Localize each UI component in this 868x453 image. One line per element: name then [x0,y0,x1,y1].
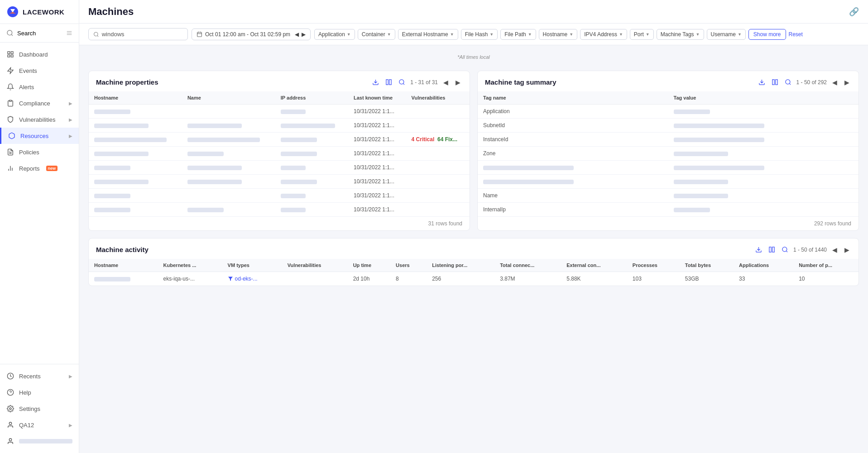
sidebar-item-reports[interactable]: Reports new [0,160,79,176]
machine-tag-pagination: 1 - 50 of 292 [796,79,827,86]
col-act-vmtypes: VM types [222,259,282,272]
machine-properties-next[interactable]: ▶ [454,78,462,87]
shield-icon [6,115,14,124]
tag-search-button[interactable] [783,77,793,87]
svg-rect-32 [775,80,777,85]
date-next-icon[interactable]: ▶ [302,31,306,38]
table-row[interactable]: 10/31/2022 1:1...4 Critical 64 Fix... [89,133,470,147]
filter-chip-file-path[interactable]: File Path ▼ [500,29,536,40]
machine-properties-prev[interactable]: ◀ [441,78,450,87]
svg-point-19 [9,422,11,424]
table-row[interactable]: 10/31/2022 1:1... [89,203,470,217]
table-row[interactable]: eks-iqa-us-... od-eks-... 2d 10h 8 256 [89,272,858,286]
container-dropdown-icon: ▼ [387,32,391,37]
table-row[interactable]: InternalIp [478,203,858,217]
download-button[interactable] [371,77,380,87]
activity-next[interactable]: ▶ [843,245,851,254]
col-act-apps: Applications [734,259,793,272]
file-text-icon [6,148,14,156]
machine-tag-prev[interactable]: ◀ [830,78,839,87]
sidebar-item-alerts[interactable]: Alerts [0,79,79,95]
application-dropdown-icon: ▼ [347,32,351,37]
table-row[interactable]: Zone [478,147,858,161]
table-row[interactable]: 10/31/2022 1:1... [89,189,470,203]
sidebar-item-policies[interactable]: Policies [0,144,79,160]
hostname-dropdown-icon: ▼ [569,32,573,37]
times-local-note: *All times local [88,52,859,63]
sidebar-item-recents[interactable]: Recents ▶ [0,368,79,384]
machine-activity-pagination: 1 - 50 of 1440 [793,247,827,253]
grid-icon [6,50,14,58]
listening-cell: 256 [427,272,494,286]
external-link-icon[interactable]: 🔗 [849,7,859,17]
sidebar-item-help[interactable]: Help [0,384,79,401]
table-row[interactable]: Application [478,105,858,119]
sidebar-item-vulnerabilities-label: Vulnerabilities [19,116,55,123]
filter-chip-username[interactable]: Username ▼ [707,29,746,40]
sidebar-item-settings[interactable]: Settings [0,401,79,417]
sidebar-item-compliance[interactable]: Compliance ▶ [0,95,79,111]
search-table-button[interactable] [397,77,407,87]
table-row[interactable]: Name [478,189,858,203]
ext-conn-cell: 5.88K [561,272,627,286]
sidebar-item-qa12[interactable]: QA12 ▶ [0,417,79,433]
filter-chip-ipv4[interactable]: IPV4 Address ▼ [580,29,627,40]
machine-activity-header: Machine activity 1 - 50 of 1440 ◀ ▶ [89,238,858,259]
sidebar-item-qa12-label: QA12 [19,422,34,429]
filter-chip-application[interactable]: Application ▼ [314,29,355,40]
table-row[interactable]: InstanceId [478,133,858,147]
table-row[interactable] [478,175,858,189]
activity-search-button[interactable] [780,245,790,254]
table-row[interactable]: 10/31/2022 1:1... [89,175,470,189]
clipboard-icon [6,99,14,107]
col-act-processes: Processes [627,259,680,272]
date-prev-icon[interactable]: ◀ [295,31,299,38]
sidebar-item-settings-label: Settings [19,405,40,412]
svg-point-33 [785,80,790,84]
col-act-kubernetes: Kubernetes ... [158,259,222,272]
show-more-button[interactable]: Show more [748,29,786,40]
filter-chip-container[interactable]: Container ▼ [358,29,395,40]
sidebar-item-policies-label: Policies [19,149,39,156]
sidebar-item-user-profile[interactable] [0,433,79,449]
sidebar-item-resources[interactable]: Resources ▶ [0,128,79,144]
activity-prev[interactable]: ◀ [830,245,839,254]
reset-button[interactable]: Reset [789,31,803,38]
ipv4-dropdown-icon: ▼ [619,32,623,37]
vulnerabilities-chevron-icon: ▶ [69,117,72,122]
table-row[interactable]: 10/31/2022 1:1... [89,147,470,161]
table-row[interactable]: 10/31/2022 1:1... [89,161,470,175]
tag-columns-button[interactable] [770,77,780,87]
search-input[interactable] [102,31,183,38]
sidebar-search-button[interactable]: Dashboard Search [0,24,79,43]
tag-download-button[interactable] [757,77,767,87]
search-box[interactable] [88,28,188,40]
columns-button[interactable] [384,77,393,87]
machine-activity-controls: 1 - 50 of 1440 ◀ ▶ [754,245,851,254]
activity-columns-button[interactable] [767,245,777,254]
machine-tag-next[interactable]: ▶ [843,78,851,87]
sidebar-item-dashboard[interactable]: Dashboard [0,46,79,62]
table-row[interactable] [478,161,858,175]
table-row[interactable]: SubnetId [478,119,858,133]
filter-chip-port[interactable]: Port ▼ [630,29,654,40]
sidebar-item-events[interactable]: Events [0,62,79,79]
col-act-num: Number of p... [793,259,858,272]
sidebar-item-vulnerabilities[interactable]: Vulnerabilities ▶ [0,111,79,128]
table-row[interactable]: 10/31/2022 1:1... [89,105,470,119]
hamburger-icon[interactable] [66,30,72,36]
top-header: Machines 🔗 [79,0,868,24]
svg-marker-38 [228,277,233,281]
filter-chip-external-hostname[interactable]: External Hostname ▼ [398,29,458,40]
activity-download-button[interactable] [754,245,763,254]
filter-machine-tags-label: Machine Tags [661,31,694,38]
table-row[interactable]: 10/31/2022 1:1... [89,119,470,133]
filter-chip-file-hash[interactable]: File Hash ▼ [461,29,498,40]
filter-chip-hostname[interactable]: Hostname ▼ [539,29,578,40]
filter-chip-machine-tags[interactable]: Machine Tags ▼ [657,29,704,40]
date-range-text: Oct 01 12:00 am - Oct 31 02:59 pm [205,31,290,38]
zap-icon [6,67,14,75]
machine-tag-controls: 1 - 50 of 292 ◀ ▶ [757,77,851,87]
date-picker[interactable]: Oct 01 12:00 am - Oct 31 02:59 pm ◀ ▶ [192,29,311,40]
vm-type-text: od-eks-... [235,276,258,282]
